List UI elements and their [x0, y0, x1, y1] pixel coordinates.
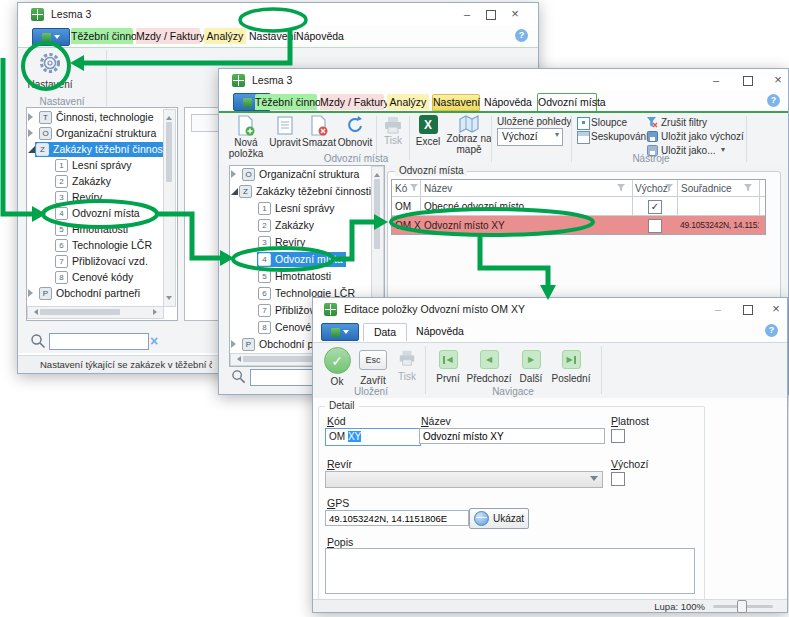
saved-views-dropdown[interactable]: Výchozí ▾: [497, 128, 563, 146]
scrollbar-thumb[interactable]: [166, 122, 172, 182]
tree-item-selected[interactable]: ZZakázky těžební činnosti: [28, 141, 160, 157]
tree-item[interactable]: 7Přibližovací vzd.: [54, 253, 164, 269]
scrollbar-thumb[interactable]: [40, 309, 120, 315]
clear-filters-button[interactable]: Zrušit filtry: [661, 117, 707, 128]
zoom-slider-thumb[interactable]: [737, 600, 747, 613]
cell-nazev[interactable]: Odvozní místo XY: [424, 216, 624, 234]
ok-button[interactable]: ✓ Ok: [323, 347, 351, 387]
tree-item[interactable]: 6Technologie LČR: [54, 237, 164, 253]
tree-item[interactable]: 5Hmotnatosti: [257, 268, 371, 284]
refresh-button[interactable]: Obnovit: [337, 115, 373, 148]
tab-tezebni-cinnost[interactable]: Těžební činnost: [71, 28, 133, 44]
settings-big-button[interactable]: Nastavení: [26, 50, 74, 90]
filter-icon[interactable]: [665, 184, 673, 192]
columns-button[interactable]: Sloupce: [591, 117, 627, 128]
tree-item[interactable]: 2Zakázky: [257, 217, 371, 233]
tab-mzdy-faktury[interactable]: Mzdy / Faktury: [320, 94, 384, 110]
tab-odvozni-mista-selected[interactable]: Odvozní místa: [537, 93, 597, 111]
filter-icon[interactable]: [410, 184, 418, 192]
column-header-vychozi[interactable]: Výchozí: [635, 180, 669, 196]
grouping-button[interactable]: Seskupování: [591, 131, 649, 142]
tree-horizontal-scrollbar[interactable]: [27, 306, 164, 319]
tree-vertical-scrollbar[interactable]: [163, 109, 176, 307]
app-menu-button[interactable]: [321, 323, 359, 341]
scroll-up-icon[interactable]: [166, 113, 172, 120]
filter-icon[interactable]: [617, 184, 625, 192]
revir-dropdown[interactable]: [325, 471, 603, 488]
scrollbar-thumb[interactable]: [374, 179, 380, 249]
tree-item[interactable]: 2Zakázky: [54, 173, 164, 189]
scroll-right-icon[interactable]: [153, 309, 160, 315]
cell-nazev[interactable]: Obecné odvozní místo: [424, 197, 624, 215]
kod-field[interactable]: OM XY: [325, 428, 421, 446]
tree-item-odvozni-mista[interactable]: 4Odvozní místa: [54, 205, 164, 221]
tab-analyzy[interactable]: Analýzy: [204, 28, 246, 44]
close-button[interactable]: ×: [504, 6, 526, 22]
minimize-button[interactable]: –: [707, 301, 729, 317]
nav-first-button[interactable]: ◀ První: [433, 350, 463, 384]
tree-item[interactable]: 1Lesní správy: [257, 200, 371, 216]
tab-tezebni-cinnost[interactable]: Těžební činnost: [255, 94, 317, 110]
tree-item[interactable]: 3Revíry: [54, 189, 164, 205]
column-header-souradnice[interactable]: Souřadnice: [681, 180, 741, 196]
window2-titlebar[interactable]: Lesma 3 – ×: [219, 69, 788, 91]
tree-item[interactable]: PObchodní partneři: [28, 285, 160, 301]
help-icon[interactable]: ?: [515, 29, 528, 42]
checkbox-checked[interactable]: ✓: [648, 200, 662, 214]
tab-analyzy[interactable]: Analýzy: [387, 94, 429, 110]
minimize-button[interactable]: –: [456, 6, 478, 22]
close-button[interactable]: ×: [765, 301, 787, 317]
close-button[interactable]: ×: [767, 72, 789, 88]
window3-titlebar[interactable]: Editace položky Odvozní místo OM XY – ×: [313, 298, 787, 320]
cell-kod[interactable]: OM XY: [395, 216, 421, 234]
tab-napoveda[interactable]: Nápověda: [295, 28, 345, 44]
tree-item[interactable]: 8Cenové kódy: [54, 269, 164, 285]
tab-nastaveni[interactable]: Nastavení: [249, 28, 293, 44]
nazev-field[interactable]: [419, 428, 605, 444]
scroll-up-icon[interactable]: [374, 170, 380, 177]
show-on-map-button[interactable]: Zobraz na mapě: [445, 115, 493, 155]
gps-field[interactable]: [325, 510, 469, 526]
tree-item[interactable]: 5Hmotnatosti: [54, 221, 164, 237]
vychozi-checkbox-unchecked[interactable]: [611, 472, 625, 486]
close-esc-button[interactable]: Esc Zavřít: [357, 350, 389, 386]
scroll-left-icon[interactable]: [234, 356, 241, 362]
popis-textarea[interactable]: [325, 548, 695, 594]
tree-item[interactable]: OOrganizační struktura: [231, 166, 369, 182]
excel-button[interactable]: X Excel: [413, 115, 443, 147]
checkbox-unchecked[interactable]: [648, 219, 662, 233]
tree-item-odvozni-mista-selected[interactable]: 4Odvozní místa: [257, 251, 371, 267]
tree-item[interactable]: 1Lesní správy: [54, 157, 164, 173]
maximize-button[interactable]: [743, 305, 753, 315]
tree-item[interactable]: ZZakázky těžební činnosti: [231, 183, 369, 199]
help-icon[interactable]: ?: [767, 94, 780, 107]
tab-mzdy-faktury[interactable]: Mzdy / Faktury: [136, 28, 200, 44]
tree-item[interactable]: OOrganizační struktura: [28, 125, 160, 141]
print-button-disabled[interactable]: Tisk: [379, 115, 407, 146]
tab-napoveda[interactable]: Nápověda: [413, 323, 467, 339]
nav-previous-button[interactable]: ◀ Předchozí: [465, 350, 513, 384]
help-icon[interactable]: ?: [765, 324, 778, 337]
ukazat-button[interactable]: Ukázat: [469, 508, 529, 529]
search-input[interactable]: [49, 333, 149, 350]
print-button-disabled[interactable]: Tisk: [393, 349, 421, 382]
platnost-checkbox-unchecked[interactable]: [611, 429, 625, 443]
tab-nastaveni-active[interactable]: Nastavení: [432, 94, 480, 111]
save-as-default-button[interactable]: Uložit jako výchozí: [661, 131, 744, 142]
clear-search-icon[interactable]: ×: [150, 334, 158, 348]
scroll-left-icon[interactable]: [31, 309, 38, 315]
delete-button[interactable]: Smazat: [303, 115, 335, 148]
tree-item[interactable]: TČinnosti, technologie: [28, 109, 160, 125]
maximize-button[interactable]: [743, 76, 753, 86]
minimize-button[interactable]: –: [705, 72, 727, 88]
cell-souradnice[interactable]: 49.1053242N, 14.1151806E: [680, 216, 759, 234]
nav-next-button[interactable]: ▶ Další: [515, 350, 547, 384]
tab-napoveda[interactable]: Nápověda: [483, 94, 533, 110]
filter-icon[interactable]: [744, 184, 752, 192]
tab-data-selected[interactable]: Data: [363, 323, 407, 341]
nav-last-button[interactable]: ▶ Poslední: [549, 350, 593, 384]
app-menu-button[interactable]: [32, 28, 70, 46]
cell-kod[interactable]: OM: [395, 197, 419, 215]
window1-titlebar[interactable]: Lesma 3 – ×: [18, 3, 538, 25]
maximize-button[interactable]: [486, 10, 496, 20]
